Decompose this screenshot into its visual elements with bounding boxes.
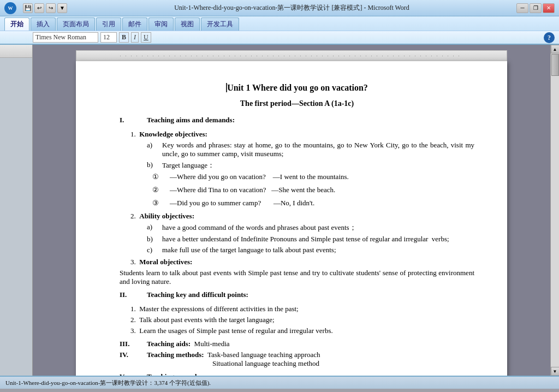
section2-item2: 2. Talk about past events with the targe…	[130, 316, 474, 324]
horizontal-ruler	[0, 45, 32, 58]
scroll-thumb[interactable]	[551, 54, 559, 76]
document-area[interactable]: Unit 1 Where did you go on vacation? The…	[33, 45, 550, 376]
font-size-select[interactable]: 12	[100, 32, 117, 43]
item-2: 2. Ability objectives:	[130, 212, 474, 221]
document-subtitle: The first period—Section A (1a-1c)	[120, 99, 474, 108]
circle-item-1: ① —Where did you go on vacation? —I went…	[152, 173, 474, 181]
section2-item1: 1. Master the expressions of different a…	[130, 305, 474, 313]
item-3: 3. Moral objectives:	[130, 258, 474, 266]
undo-icon[interactable]: ↩	[34, 3, 44, 13]
section-2-header: II. Teaching key and difficult points:	[120, 290, 474, 302]
tab-home[interactable]: 开始	[4, 17, 29, 31]
section2-item3: 3. Learn the usages of Simple past tense…	[130, 326, 474, 335]
window-controls[interactable]: ─ ❐ ✕	[516, 3, 555, 13]
help-button[interactable]: ?	[544, 32, 555, 43]
ribbon: 开始 插入 页面布局 引用 邮件 审阅 视图 开发工具 Times New Ro…	[0, 16, 559, 45]
quick-access-toolbar[interactable]: 💾 ↩ ↪ ▼	[23, 3, 67, 13]
customize-icon[interactable]: ▼	[57, 3, 67, 13]
status-text: Unit-1-Where-did-you-go-on-vacation-第一课时…	[5, 379, 211, 387]
circle-item-3: ③ —Did you go to summer camp? —No, I did…	[152, 199, 474, 207]
item-1b: b) Target language：	[147, 161, 474, 170]
restore-button[interactable]: ❐	[530, 3, 542, 13]
vertical-scrollbar[interactable]: ▲ ▼	[550, 45, 559, 376]
bold-button[interactable]: B	[119, 32, 129, 43]
tab-mailings[interactable]: 邮件	[122, 17, 147, 31]
item-1a: a) Key words and phrases: stay at home, …	[147, 141, 474, 158]
ribbon-toolbar: Times New Roman 12 B I U ?	[0, 31, 559, 44]
tab-insert[interactable]: 插入	[31, 17, 56, 31]
section-1-header: I. Teaching aims and demands:	[120, 116, 474, 128]
status-bar: Unit-1-Where-did-you-go-on-vacation-第一课时…	[0, 376, 559, 389]
item-1: 1. Knowledge objectives:	[130, 130, 474, 139]
italic-button[interactable]: I	[131, 32, 139, 43]
left-panel	[0, 45, 33, 376]
tab-review[interactable]: 审阅	[148, 17, 174, 31]
tab-view[interactable]: 视图	[175, 17, 200, 31]
minimize-button[interactable]: ─	[516, 3, 528, 13]
word-logo: W	[4, 2, 16, 14]
font-face-select[interactable]: Times New Roman	[33, 32, 98, 43]
document-title: Unit 1 Where did you go on vacation?	[120, 83, 474, 93]
scroll-up-button[interactable]: ▲	[551, 45, 560, 54]
tab-developer[interactable]: 开发工具	[201, 17, 239, 31]
scroll-down-button[interactable]: ▼	[551, 367, 560, 376]
moral-paragraph: Students learn to talk about past events…	[120, 269, 474, 286]
redo-icon[interactable]: ↪	[46, 3, 56, 13]
save-icon[interactable]: 💾	[23, 3, 33, 13]
window-title: Unit-1-Where-did-you-go-on-vacation-第一课时…	[67, 3, 516, 13]
main-area: Unit 1 Where did you go on vacation? The…	[0, 45, 559, 376]
underline-button[interactable]: U	[141, 32, 151, 43]
scroll-track[interactable]	[551, 54, 560, 367]
section-5-header: V. Teaching procedures:	[120, 372, 474, 376]
tab-page-layout[interactable]: 页面布局	[57, 17, 95, 31]
item-2b: b) have a better understand of Indefinit…	[147, 235, 474, 243]
item-2c: c) make full use of the target language …	[147, 246, 474, 254]
title-bar: W 💾 ↩ ↪ ▼ Unit-1-Where-did-you-go-on-vac…	[0, 0, 559, 16]
document: Unit 1 Where did you go on vacation? The…	[76, 61, 507, 376]
section-3-header: III. Teaching aids: Multi-media	[120, 340, 474, 348]
section-4-header: IV. Teaching methods: Task-based languag…	[120, 351, 474, 368]
circle-item-2: ② —Where did Tina to on vacation? —She w…	[152, 186, 474, 194]
close-button[interactable]: ✕	[543, 3, 555, 13]
ribbon-tab-row: 开始 插入 页面布局 引用 邮件 审阅 视图 开发工具	[0, 16, 559, 31]
item-2a: a) have a good command of the words and …	[147, 223, 474, 233]
tab-references[interactable]: 引用	[96, 17, 121, 31]
